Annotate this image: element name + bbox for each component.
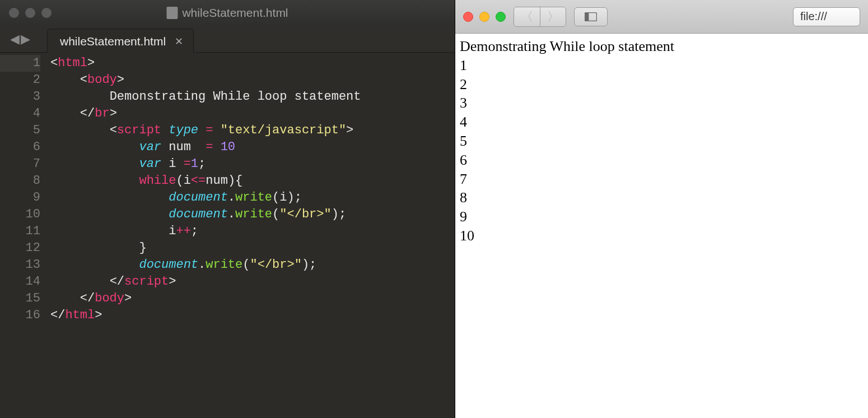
editor-close-button[interactable] [9,8,19,18]
line-number: 14 [0,273,40,290]
tab-label: whileStatement.html [60,35,166,48]
output-number: 10 [460,226,864,245]
code-line: var i =1; [50,156,455,173]
browser-minimize-button[interactable] [479,12,489,22]
chevron-right-icon: 〉 [547,8,559,25]
browser-nav-buttons: 〈 〉 [514,7,566,27]
output-number: 8 [460,188,864,207]
line-number: 12 [0,240,40,257]
browser-maximize-button[interactable] [496,12,506,22]
line-number: 16 [0,307,40,324]
editor-minimize-button[interactable] [25,8,35,18]
line-number: 6 [0,139,40,156]
line-number: 1 [0,55,40,72]
sidebar-icon [585,12,597,21]
code-lines: <html> <body> Demonstrating While loop s… [50,55,455,418]
browser-page-content: Demonstrating While loop statement 1 2 3… [455,34,868,418]
nav-forward-icon[interactable]: ▶ [21,32,30,47]
code-line: <script type = "text/javascript"> [50,122,455,139]
code-line: while(i<=num){ [50,173,455,189]
editor-maximize-button[interactable] [41,8,52,18]
output-number: 9 [460,207,864,226]
line-number: 11 [0,223,40,240]
code-line: </body> [50,290,455,307]
browser-toolbar: 〈 〉 file:/// [455,0,868,34]
line-number: 8 [0,173,40,189]
page-heading: Demonstrating While loop statement [460,37,864,56]
browser-forward-button[interactable]: 〉 [540,7,566,26]
code-line: </html> [50,307,455,324]
line-number-gutter: 1 2 3 4 5 6 7 8 9 10 11 12 13 14 15 16 [0,55,50,418]
line-number: 15 [0,290,40,307]
browser-back-button[interactable]: 〈 [514,7,540,26]
browser-close-button[interactable] [463,12,473,22]
code-line: var num = 10 [50,139,455,156]
file-icon [166,7,178,19]
editor-nav-arrows: ◀ ▶ [10,32,30,47]
nav-back-icon[interactable]: ◀ [10,32,20,47]
browser-traffic-lights [463,12,506,22]
browser-address-text: file:/// [800,10,827,23]
code-line: Demonstrating While loop statement [50,89,455,105]
code-line: </script> [50,273,455,290]
code-line: <html> [50,55,455,72]
code-line: document.write("</br>"); [50,206,455,223]
editor-traffic-lights [9,8,52,18]
browser-sidebar-button[interactable] [574,7,608,26]
tab-close-icon[interactable]: ✕ [175,35,183,48]
browser-address-bar[interactable]: file:/// [793,7,860,26]
code-line: document.write("</br>"); [50,257,455,273]
output-number: 5 [460,132,864,151]
svg-rect-1 [585,12,589,21]
line-number: 4 [0,105,40,122]
line-number: 10 [0,206,40,223]
code-line: } [50,240,455,257]
code-line: document.write(i); [50,189,455,206]
editor-titlebar: whileStatement.html [0,0,455,26]
output-number: 7 [460,170,864,189]
output-number: 4 [460,113,864,132]
line-number: 7 [0,156,40,173]
editor-window-title: whileStatement.html [166,6,288,20]
tab-whilestatement[interactable]: whileStatement.html ✕ [47,29,194,53]
line-number: 2 [0,72,40,89]
output-number: 1 [460,56,864,75]
output-number: 3 [460,94,864,113]
output-number: 2 [460,75,864,94]
chevron-left-icon: 〈 [521,8,533,25]
browser-window: 〈 〉 file:/// Demonstrating While loop st… [455,0,868,418]
line-number: 9 [0,189,40,206]
line-number: 3 [0,89,40,105]
code-editor[interactable]: 1 2 3 4 5 6 7 8 9 10 11 12 13 14 15 16 <… [0,53,455,418]
code-line: <body> [50,72,455,89]
code-line: </br> [50,105,455,122]
line-number: 5 [0,122,40,139]
editor-window: whileStatement.html ◀ ▶ whileStatement.h… [0,0,455,418]
editor-title-text: whileStatement.html [182,6,288,20]
code-line: i++; [50,223,455,240]
editor-tabbar: ◀ ▶ whileStatement.html ✕ [0,26,455,53]
line-number: 13 [0,257,40,273]
output-number: 6 [460,151,864,170]
